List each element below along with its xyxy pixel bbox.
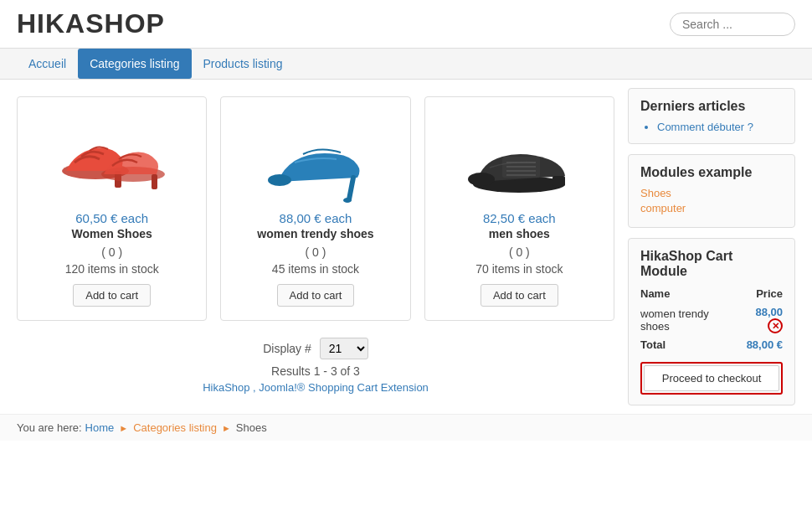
derniers-list: Comment débuter ? xyxy=(640,121,783,133)
product-name-3: men shoes xyxy=(489,227,550,240)
search-input[interactable] xyxy=(670,13,795,36)
cart-total-price: 88,00 € xyxy=(736,336,783,354)
breadcrumb-sep-2: ► xyxy=(222,423,231,433)
svg-point-8 xyxy=(468,173,495,186)
logo: HIKASHOP xyxy=(17,8,165,39)
modules-links: Shoes computer xyxy=(640,187,783,214)
product-card-2: 88,00 € each women trendy shoes ( 0 ) 45… xyxy=(220,96,410,321)
derniers-title: Derniers articles xyxy=(640,99,783,114)
derniers-item-1[interactable]: Comment débuter ? xyxy=(657,121,783,133)
remove-item-button-1[interactable]: ✕ xyxy=(768,318,783,333)
proceed-to-checkout-button[interactable]: Proceed to checkout xyxy=(644,365,779,391)
product-card-1: 60,50 € each Women Shoes ( 0 ) 120 items… xyxy=(17,96,207,321)
product-image-1 xyxy=(49,111,175,203)
products-grid: 60,50 € each Women Shoes ( 0 ) 120 items… xyxy=(17,96,614,321)
cart-widget: HikaShop Cart Module Name Price women tr… xyxy=(628,238,795,405)
display-select[interactable]: 21 5 10 15 20 25 30 50 100 xyxy=(320,338,368,359)
modules-title: Modules example xyxy=(640,165,783,180)
pagination-area: Display # 21 5 10 15 20 25 30 50 100 xyxy=(17,338,614,359)
checkout-btn-wrap: Proceed to checkout xyxy=(640,362,783,395)
breadcrumb-prefix: You are here: xyxy=(17,421,82,434)
cart-item-name-1: women trendy shoes xyxy=(640,303,736,336)
sidebar: Derniers articles Comment débuter ? Modu… xyxy=(628,88,795,405)
products-area: 60,50 € each Women Shoes ( 0 ) 120 items… xyxy=(17,88,614,405)
add-to-cart-button-3[interactable]: Add to cart xyxy=(481,284,558,307)
cart-col-price: Price xyxy=(736,287,783,303)
main-container: 60,50 € each Women Shoes ( 0 ) 120 items… xyxy=(0,80,812,414)
breadcrumb-sep-1: ► xyxy=(119,423,128,433)
product-stock-1: 120 items in stock xyxy=(65,262,159,276)
nav-bar: Accueil Categories listing Products list… xyxy=(0,49,812,80)
cart-title: HikaShop Cart Module xyxy=(640,249,783,279)
product-rating-3: ( 0 ) xyxy=(509,245,530,259)
breadcrumb-current: Shoes xyxy=(236,421,267,434)
cart-col-name: Name xyxy=(640,287,736,303)
product-rating-1: ( 0 ) xyxy=(101,245,122,259)
product-stock-3: 70 items in stock xyxy=(475,262,563,276)
footer-link: HikaShop , Joomla!® Shopping Cart Extens… xyxy=(17,381,614,394)
cart-table: Name Price women trendy shoes 88,00 ✕ To… xyxy=(640,287,783,354)
cart-total-label: Total xyxy=(640,336,736,354)
product-name-1: Women Shoes xyxy=(72,227,152,240)
modules-widget: Modules example Shoes computer xyxy=(628,154,795,228)
product-price-3: 82,50 € each xyxy=(483,211,556,225)
product-image-3 xyxy=(456,111,582,203)
breadcrumb-categories[interactable]: Categories listing xyxy=(133,421,217,434)
svg-rect-3 xyxy=(152,174,157,189)
modules-link-computer[interactable]: computer xyxy=(640,202,783,214)
svg-line-5 xyxy=(349,178,353,199)
product-rating-2: ( 0 ) xyxy=(306,245,326,259)
add-to-cart-button-2[interactable]: Add to cart xyxy=(277,284,355,307)
svg-point-6 xyxy=(343,198,352,203)
header: HIKASHOP xyxy=(0,0,812,49)
display-label: Display # xyxy=(263,342,311,355)
derniers-widget: Derniers articles Comment débuter ? xyxy=(628,88,795,144)
product-name-2: women trendy shoes xyxy=(257,227,373,240)
product-card-3: 82,50 € each men shoes ( 0 ) 70 items in… xyxy=(424,96,614,321)
add-to-cart-button-1[interactable]: Add to cart xyxy=(73,284,151,307)
cart-total-row: Total 88,00 € xyxy=(640,336,783,354)
svg-point-4 xyxy=(268,174,291,186)
product-image-2 xyxy=(253,111,378,203)
product-price-1: 60,50 € each xyxy=(75,211,148,225)
nav-products-listing[interactable]: Products listing xyxy=(192,49,295,79)
svg-rect-14 xyxy=(552,176,565,186)
modules-link-shoes[interactable]: Shoes xyxy=(640,187,783,199)
cart-row-1: women trendy shoes 88,00 ✕ xyxy=(640,303,783,336)
breadcrumb-home[interactable]: Home xyxy=(85,421,115,434)
hikashop-link[interactable]: HikaShop , Joomla!® Shopping Cart Extens… xyxy=(203,381,429,394)
nav-categories-listing[interactable]: Categories listing xyxy=(78,49,191,79)
results-text: Results 1 - 3 of 3 xyxy=(17,364,614,378)
product-stock-2: 45 items in stock xyxy=(272,262,359,276)
product-price-2: 88,00 € each xyxy=(280,211,352,225)
nav-accueil[interactable]: Accueil xyxy=(17,49,78,79)
breadcrumb: You are here: Home ► Categories listing … xyxy=(0,414,812,441)
cart-item-price-1: 88,00 ✕ xyxy=(736,303,783,336)
